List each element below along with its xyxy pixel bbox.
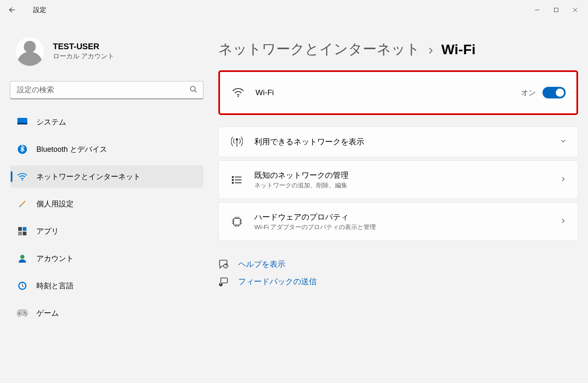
gamepad-icon (17, 307, 28, 319)
person-icon (17, 253, 28, 264)
main-content: ネットワークとインターネット › Wi-Fi Wi-Fi オン (208, 20, 578, 383)
help-link[interactable]: ヘルプを表示 (218, 259, 578, 270)
sidebar-item-personalize[interactable]: 個人用設定 (10, 193, 203, 215)
sidebar-item-label: ゲーム (36, 308, 59, 318)
sidebar-item-label: アカウント (36, 254, 74, 263)
svg-point-17 (232, 176, 234, 177)
wifi-toggle[interactable] (543, 87, 566, 98)
sidebar-item-bluetooth[interactable]: Bluetooth とデバイス (10, 138, 203, 160)
sidebar-item-time[interactable]: 時刻と言語 (10, 275, 203, 297)
links-section: ヘルプを表示 フィードバックの送信 (218, 259, 578, 287)
bluetooth-icon (17, 144, 28, 155)
nav-list: システム Bluetooth とデバイス ネットワークとインターネット 個人用設… (10, 111, 203, 324)
chevron-right-icon (559, 217, 567, 226)
svg-rect-9 (23, 232, 26, 235)
svg-point-18 (232, 179, 234, 180)
close-icon (573, 7, 578, 12)
svg-rect-3 (17, 123, 27, 124)
svg-point-15 (237, 96, 239, 97)
sidebar-item-label: ネットワークとインターネット (36, 172, 141, 182)
hardware-properties-card[interactable]: ハードウェアのプロパティ Wi-Fi アダプターのプロパティの表示と管理 (218, 202, 578, 241)
chip-icon (229, 216, 244, 227)
sidebar: TEST-USER ローカル アカウント システム Bluetooth とデバイ… (10, 20, 208, 383)
feedback-icon (218, 277, 229, 287)
search-icon (189, 85, 198, 95)
svg-point-22 (226, 267, 227, 268)
back-button[interactable] (3, 2, 20, 18)
sidebar-item-apps[interactable]: アプリ (10, 220, 203, 242)
sidebar-item-label: アプリ (36, 226, 59, 236)
feedback-link[interactable]: フィードバックの送信 (218, 276, 578, 287)
arrow-left-icon (7, 6, 16, 14)
search-container (10, 81, 203, 99)
sidebar-item-label: システム (36, 117, 66, 127)
wifi-toggle-state: オン (521, 88, 536, 98)
sidebar-item-label: Bluetooth とデバイス (36, 144, 107, 154)
breadcrumb-current: Wi-Fi (441, 41, 476, 57)
sidebar-item-accounts[interactable]: アカウント (10, 247, 203, 270)
wifi-toggle-card[interactable]: Wi-Fi オン (218, 70, 578, 115)
chevron-down-icon (559, 137, 567, 146)
svg-point-16 (236, 139, 238, 140)
sidebar-item-label: 個人用設定 (36, 199, 74, 209)
svg-rect-7 (23, 227, 26, 231)
help-icon (218, 259, 229, 269)
chevron-right-icon (559, 175, 567, 184)
list-icon (229, 175, 244, 184)
user-name: TEST-USER (53, 42, 114, 51)
svg-point-13 (24, 312, 25, 313)
sidebar-item-gaming[interactable]: ゲーム (10, 302, 203, 324)
clock-globe-icon (17, 280, 28, 292)
breadcrumb: ネットワークとインターネット › Wi-Fi (218, 40, 578, 59)
svg-point-5 (22, 179, 23, 180)
user-block[interactable]: TEST-USER ローカル アカウント (10, 33, 203, 69)
help-link-text: ヘルプを表示 (238, 259, 285, 270)
avatar (15, 36, 45, 66)
known-networks-title: 既知のネットワークの管理 (254, 170, 559, 181)
minimize-button[interactable] (528, 3, 547, 17)
maximize-button[interactable] (547, 3, 566, 17)
svg-rect-20 (234, 218, 240, 225)
wifi-icon (231, 88, 246, 98)
feedback-link-text: フィードバックの送信 (238, 276, 317, 287)
breadcrumb-separator: › (428, 41, 433, 57)
wifi-card-title: Wi-Fi (256, 88, 521, 97)
svg-rect-0 (555, 8, 558, 12)
system-icon (17, 116, 28, 128)
apps-icon (17, 225, 28, 237)
user-subtitle: ローカル アカウント (53, 52, 114, 61)
svg-point-14 (25, 313, 26, 314)
sidebar-item-network[interactable]: ネットワークとインターネット (10, 165, 203, 188)
svg-rect-6 (18, 227, 22, 231)
antenna-icon (229, 136, 244, 148)
app-title: 設定 (33, 6, 46, 14)
hardware-properties-subtitle: Wi-Fi アダプターのプロパティの表示と管理 (254, 223, 559, 231)
known-networks-subtitle: ネットワークの追加、削除、編集 (254, 182, 559, 189)
svg-point-10 (20, 255, 24, 259)
paintbrush-icon (17, 198, 28, 210)
wifi-icon (17, 171, 28, 182)
breadcrumb-parent[interactable]: ネットワークとインターネット (218, 40, 420, 59)
sidebar-item-system[interactable]: システム (10, 111, 203, 133)
titlebar: 設定 (0, 0, 588, 20)
svg-rect-8 (18, 232, 22, 235)
svg-point-19 (232, 182, 234, 183)
search-input[interactable] (10, 81, 203, 99)
known-networks-card[interactable]: 既知のネットワークの管理 ネットワークの追加、削除、編集 (218, 160, 578, 199)
available-networks-title: 利用できるネットワークを表示 (254, 136, 559, 147)
svg-point-1 (191, 86, 196, 91)
maximize-icon (554, 7, 559, 12)
hardware-properties-title: ハードウェアのプロパティ (254, 212, 559, 223)
close-button[interactable] (566, 3, 585, 17)
available-networks-card[interactable]: 利用できるネットワークを表示 (218, 127, 578, 157)
sidebar-item-label: 時刻と言語 (36, 281, 74, 291)
minimize-icon (535, 7, 540, 12)
